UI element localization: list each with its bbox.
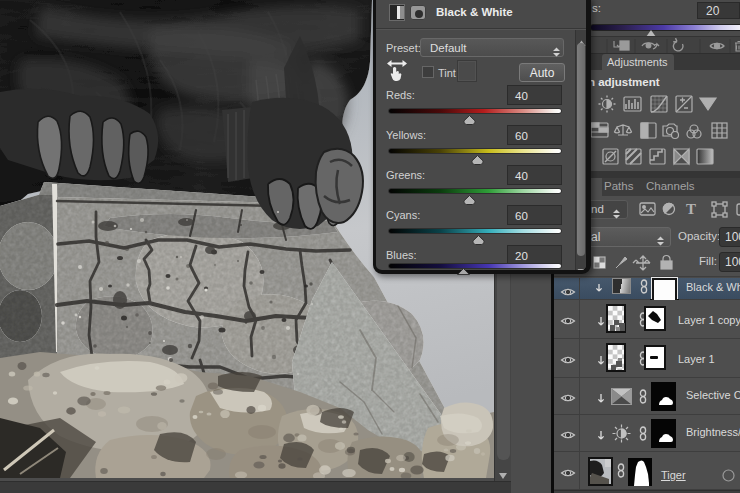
- svg-text:T: T: [686, 201, 696, 217]
